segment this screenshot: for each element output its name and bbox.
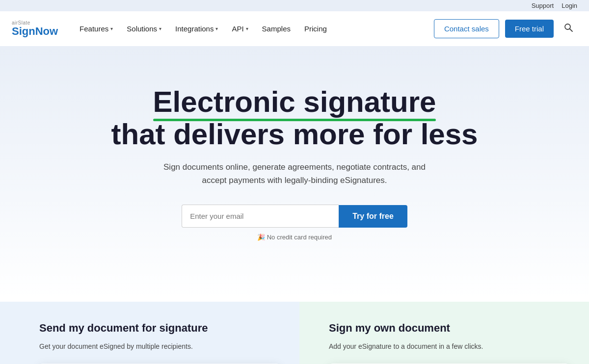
nav-integrations[interactable]: Integrations ▾	[169, 21, 224, 37]
nav-pricing[interactable]: Pricing	[298, 21, 333, 37]
chevron-down-icon: ▾	[110, 26, 113, 31]
svg-line-1	[570, 29, 573, 32]
navbar: airSlate SignNow Features ▾ Solutions ▾ …	[0, 11, 589, 47]
email-input[interactable]	[182, 205, 339, 228]
logo-link[interactable]: airSlate SignNow	[12, 20, 58, 37]
free-trial-button[interactable]: Free trial	[505, 20, 554, 38]
nav-solutions[interactable]: Solutions ▾	[121, 21, 167, 37]
feature-left-title: Send my document for signature	[39, 321, 280, 336]
chevron-down-icon: ▾	[215, 26, 218, 31]
contact-sales-button[interactable]: Contact sales	[434, 19, 499, 38]
nav-links: Features ▾ Solutions ▾ Integrations ▾ AP…	[74, 21, 434, 37]
support-link[interactable]: Support	[532, 2, 554, 9]
feature-left-desc: Get your document eSigned by multiple re…	[39, 341, 280, 352]
features-row: Send my document for signature Get your …	[0, 302, 589, 364]
nav-api[interactable]: API ▾	[226, 21, 254, 37]
feature-right-title: Sign my own document	[329, 321, 569, 336]
no-credit-label: 🎉 No credit card required	[12, 234, 577, 241]
search-button[interactable]	[560, 19, 577, 39]
search-icon	[563, 23, 573, 32]
hero-subtext: Sign documents online, generate agreemen…	[157, 160, 432, 187]
nav-features[interactable]: Features ▾	[74, 21, 119, 37]
login-link[interactable]: Login	[562, 2, 577, 9]
chevron-down-icon: ▾	[246, 26, 248, 31]
top-bar: Support Login	[0, 0, 589, 11]
feature-right: Sign my own document Add your eSignature…	[299, 302, 589, 364]
feature-right-desc: Add your eSignature to a document in a f…	[329, 341, 569, 352]
try-for-free-button[interactable]: Try for free	[339, 205, 407, 228]
hero-headline-part2: that delivers more for less	[111, 118, 478, 151]
hero-headline: Electronic signature that delivers more …	[74, 86, 515, 151]
hero-headline-part1: Electronic signature	[153, 86, 436, 118]
nav-actions: Contact sales Free trial	[434, 19, 577, 39]
hero-section: Electronic signature that delivers more …	[0, 47, 589, 302]
logo-signnow: SignNow	[12, 26, 58, 37]
hero-cta: Try for free	[12, 205, 577, 228]
feature-left: Send my document for signature Get your …	[0, 302, 299, 364]
chevron-down-icon: ▾	[159, 26, 161, 31]
nav-samples[interactable]: Samples	[256, 21, 296, 37]
